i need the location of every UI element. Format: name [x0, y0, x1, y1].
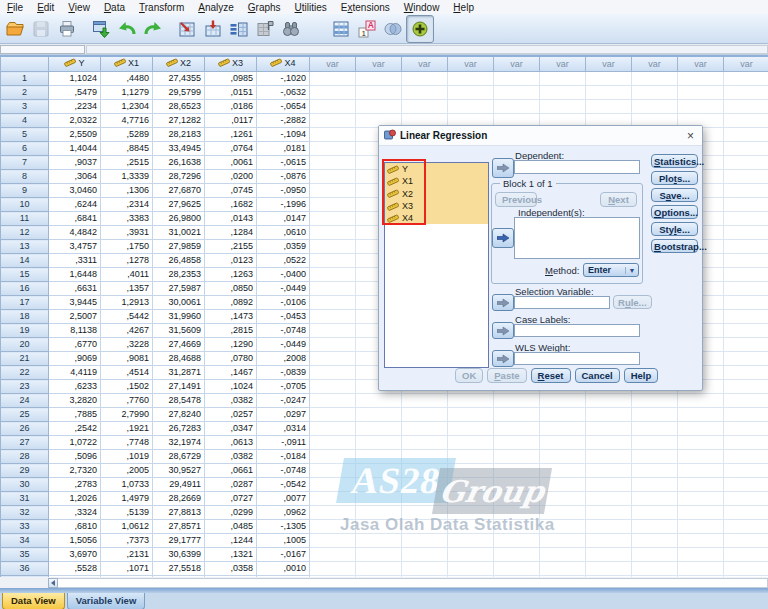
grid-cell-empty[interactable] — [540, 86, 586, 100]
grid-cell[interactable]: ,1284 — [205, 226, 257, 240]
grid-corner[interactable] — [1, 56, 49, 72]
row-number[interactable]: 11 — [1, 212, 49, 226]
grid-cell-empty[interactable] — [724, 226, 768, 240]
grid-cell-empty[interactable] — [724, 408, 768, 422]
row-number[interactable]: 23 — [1, 380, 49, 394]
grid-cell[interactable]: 28,2353 — [153, 268, 205, 282]
undo-button[interactable] — [114, 16, 140, 42]
menu-analyze[interactable]: Analyze — [191, 1, 241, 14]
grid-cell[interactable]: -,0876 — [257, 170, 310, 184]
grid-cell[interactable]: 27,4355 — [153, 72, 205, 86]
grid-cell[interactable]: ,2815 — [205, 324, 257, 338]
grid-cell[interactable]: -,2882 — [257, 114, 310, 128]
grid-cell-empty[interactable] — [678, 562, 724, 576]
row-number[interactable]: 10 — [1, 198, 49, 212]
grid-cell-empty[interactable] — [310, 506, 356, 520]
grid-cell-empty[interactable] — [678, 506, 724, 520]
grid-cell-empty[interactable] — [494, 562, 540, 576]
scrollbar-track[interactable] — [58, 578, 768, 588]
grid-cell-empty[interactable] — [678, 534, 724, 548]
row-number[interactable]: 12 — [1, 226, 49, 240]
grid-cell[interactable]: 27,8240 — [153, 408, 205, 422]
grid-cell[interactable]: 28,6729 — [153, 450, 205, 464]
open-data-button[interactable] — [2, 16, 28, 42]
grid-cell[interactable]: 4,4842 — [49, 226, 101, 240]
row-number[interactable]: 15 — [1, 268, 49, 282]
row-number[interactable]: 19 — [1, 324, 49, 338]
grid-cell[interactable]: ,2234 — [49, 100, 101, 114]
grid-cell-empty[interactable] — [310, 380, 356, 394]
grid-cell-empty[interactable] — [310, 296, 356, 310]
grid-cell-empty[interactable] — [724, 394, 768, 408]
grid-cell[interactable]: ,0299 — [205, 506, 257, 520]
col-header-var[interactable]: var — [494, 56, 540, 72]
grid-cell[interactable]: -,0705 — [257, 380, 310, 394]
grid-cell-empty[interactable] — [632, 436, 678, 450]
grid-cell[interactable]: ,3931 — [101, 226, 153, 240]
grid-cell[interactable]: ,6770 — [49, 338, 101, 352]
grid-cell-empty[interactable] — [586, 562, 632, 576]
grid-cell[interactable]: ,4514 — [101, 366, 153, 380]
grid-cell-empty[interactable] — [310, 338, 356, 352]
grid-cell-empty[interactable] — [310, 128, 356, 142]
wls-weight-arrow-button[interactable] — [492, 350, 514, 367]
grid-cell[interactable]: ,4267 — [101, 324, 153, 338]
grid-cell-empty[interactable] — [494, 436, 540, 450]
grid-cell-empty[interactable] — [540, 520, 586, 534]
grid-cell-empty[interactable] — [310, 156, 356, 170]
grid-cell[interactable]: ,5096 — [49, 450, 101, 464]
grid-cell[interactable]: 1,0722 — [49, 436, 101, 450]
grid-cell[interactable]: -,0542 — [257, 478, 310, 492]
grid-cell-empty[interactable] — [356, 548, 402, 562]
grid-cell-empty[interactable] — [494, 464, 540, 478]
grid-cell-empty[interactable] — [586, 408, 632, 422]
cancel-button[interactable]: Cancel — [575, 368, 620, 383]
grid-cell-empty[interactable] — [494, 408, 540, 422]
col-header-X3[interactable]: X3 — [205, 56, 257, 72]
grid-cell-empty[interactable] — [494, 548, 540, 562]
grid-cell-empty[interactable] — [724, 562, 768, 576]
goto-variable-button[interactable] — [200, 16, 226, 42]
grid-cell[interactable]: ,1244 — [205, 534, 257, 548]
grid-cell[interactable]: ,9037 — [49, 156, 101, 170]
rule-button[interactable]: Rule... — [613, 295, 652, 309]
grid-cell[interactable]: ,1682 — [205, 198, 257, 212]
grid-cell[interactable]: 1,1279 — [101, 86, 153, 100]
reset-button[interactable]: Reset — [531, 368, 571, 383]
paste-button[interactable]: Paste — [487, 368, 526, 383]
row-number[interactable]: 25 — [1, 408, 49, 422]
grid-cell[interactable]: ,3324 — [49, 506, 101, 520]
grid-cell-empty[interactable] — [310, 184, 356, 198]
grid-cell-empty[interactable] — [724, 310, 768, 324]
grid-cell[interactable]: ,0257 — [205, 408, 257, 422]
variables-button[interactable] — [226, 16, 252, 42]
grid-cell[interactable]: ,2005 — [101, 464, 153, 478]
grid-cell[interactable]: 1,1024 — [49, 72, 101, 86]
grid-cell-empty[interactable] — [724, 352, 768, 366]
grid-cell[interactable]: ,6244 — [49, 198, 101, 212]
grid-cell[interactable]: ,0780 — [205, 352, 257, 366]
grid-cell[interactable]: ,7748 — [101, 436, 153, 450]
dependent-field[interactable] — [514, 160, 640, 174]
grid-cell[interactable]: -,0950 — [257, 184, 310, 198]
value-labels-button[interactable]: 1A — [354, 16, 380, 42]
grid-cell[interactable]: 31,9960 — [153, 310, 205, 324]
grid-cell[interactable]: 26,7283 — [153, 422, 205, 436]
grid-cell-empty[interactable] — [448, 394, 494, 408]
grid-cell-empty[interactable] — [448, 86, 494, 100]
save-button[interactable] — [28, 16, 54, 42]
help-button[interactable]: Help — [624, 368, 659, 383]
row-number[interactable]: 36 — [1, 562, 49, 576]
grid-cell-empty[interactable] — [724, 506, 768, 520]
grid-cell[interactable]: ,0359 — [257, 240, 310, 254]
grid-cell[interactable]: 27,5987 — [153, 282, 205, 296]
grid-cell[interactable]: ,4011 — [101, 268, 153, 282]
grid-cell-empty[interactable] — [678, 492, 724, 506]
col-header-var[interactable]: var — [586, 56, 632, 72]
grid-cell-empty[interactable] — [724, 450, 768, 464]
grid-cell[interactable]: 28,2183 — [153, 128, 205, 142]
grid-cell-empty[interactable] — [678, 478, 724, 492]
grid-cell-empty[interactable] — [678, 520, 724, 534]
grid-cell-empty[interactable] — [448, 534, 494, 548]
col-header-X2[interactable]: X2 — [153, 56, 205, 72]
